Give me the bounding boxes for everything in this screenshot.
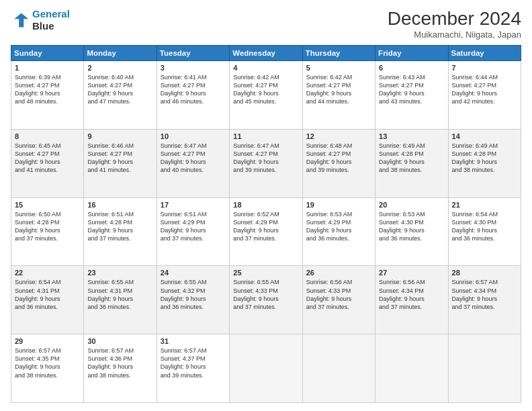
day-number: 12 (306, 132, 371, 140)
day-number: 11 (233, 132, 298, 140)
day-info: Sunrise: 6:57 AM Sunset: 4:37 PM Dayligh… (161, 347, 226, 379)
day-info: Sunrise: 6:42 AM Sunset: 4:27 PM Dayligh… (306, 73, 371, 106)
calendar-cell: 21Sunrise: 6:54 AM Sunset: 4:30 PM Dayli… (448, 197, 521, 266)
calendar-cell: 19Sunrise: 6:53 AM Sunset: 4:29 PM Dayli… (302, 197, 375, 266)
logo-line2: Blue (32, 20, 70, 32)
calendar-table: SundayMondayTuesdayWednesdayThursdayFrid… (11, 45, 521, 403)
calendar-cell: 8Sunrise: 6:45 AM Sunset: 4:27 PM Daylig… (11, 129, 84, 197)
calendar-cell (230, 334, 302, 403)
calendar-cell: 18Sunrise: 6:52 AM Sunset: 4:29 PM Dayli… (230, 197, 302, 266)
day-number: 4 (233, 64, 298, 72)
calendar-cell: 31Sunrise: 6:57 AM Sunset: 4:37 PM Dayli… (157, 334, 229, 403)
day-number: 5 (306, 64, 371, 72)
day-info: Sunrise: 6:54 AM Sunset: 4:30 PM Dayligh… (452, 210, 517, 243)
day-number: 20 (379, 201, 444, 209)
header-row: SundayMondayTuesdayWednesdayThursdayFrid… (11, 46, 521, 61)
calendar-cell: 12Sunrise: 6:48 AM Sunset: 4:27 PM Dayli… (302, 129, 375, 197)
day-info: Sunrise: 6:55 AM Sunset: 4:33 PM Dayligh… (233, 278, 298, 311)
day-number: 24 (161, 269, 226, 277)
day-info: Sunrise: 6:39 AM Sunset: 4:27 PM Dayligh… (15, 73, 80, 106)
day-info: Sunrise: 6:44 AM Sunset: 4:27 PM Dayligh… (452, 73, 517, 106)
day-info: Sunrise: 6:49 AM Sunset: 4:28 PM Dayligh… (452, 142, 517, 175)
day-number: 31 (161, 337, 226, 345)
calendar-cell: 13Sunrise: 6:49 AM Sunset: 4:28 PM Dayli… (375, 129, 448, 197)
day-info: Sunrise: 6:50 AM Sunset: 4:28 PM Dayligh… (15, 210, 80, 243)
calendar-cell: 5Sunrise: 6:42 AM Sunset: 4:27 PM Daylig… (302, 61, 375, 130)
calendar-cell: 2Sunrise: 6:40 AM Sunset: 4:27 PM Daylig… (84, 61, 157, 130)
col-header-wednesday: Wednesday (230, 46, 302, 61)
day-number: 25 (233, 269, 298, 277)
day-number: 21 (452, 201, 517, 209)
day-number: 23 (87, 269, 152, 277)
day-number: 7 (452, 64, 517, 72)
calendar-cell: 23Sunrise: 6:55 AM Sunset: 4:31 PM Dayli… (84, 266, 157, 334)
day-info: Sunrise: 6:47 AM Sunset: 4:27 PM Dayligh… (161, 142, 226, 175)
week-row-5: 29Sunrise: 6:57 AM Sunset: 4:35 PM Dayli… (11, 334, 521, 403)
title-block: December 2024 Muikamachi, Niigata, Japan (388, 8, 521, 40)
svg-marker-0 (14, 13, 28, 28)
day-info: Sunrise: 6:56 AM Sunset: 4:33 PM Dayligh… (306, 278, 371, 311)
calendar-cell: 1Sunrise: 6:39 AM Sunset: 4:27 PM Daylig… (11, 61, 84, 130)
calendar-cell: 27Sunrise: 6:56 AM Sunset: 4:34 PM Dayli… (375, 266, 448, 334)
week-row-3: 15Sunrise: 6:50 AM Sunset: 4:28 PM Dayli… (11, 197, 521, 266)
day-info: Sunrise: 6:51 AM Sunset: 4:29 PM Dayligh… (161, 210, 226, 243)
day-info: Sunrise: 6:57 AM Sunset: 4:36 PM Dayligh… (87, 347, 152, 379)
logo-text: General Blue (32, 8, 70, 32)
calendar-cell (302, 334, 375, 403)
day-number: 1 (15, 64, 80, 72)
day-info: Sunrise: 6:57 AM Sunset: 4:35 PM Dayligh… (15, 347, 80, 379)
day-info: Sunrise: 6:47 AM Sunset: 4:27 PM Dayligh… (233, 142, 298, 175)
week-row-2: 8Sunrise: 6:45 AM Sunset: 4:27 PM Daylig… (11, 129, 521, 197)
calendar-cell: 6Sunrise: 6:43 AM Sunset: 4:27 PM Daylig… (375, 61, 448, 130)
day-info: Sunrise: 6:41 AM Sunset: 4:27 PM Dayligh… (161, 73, 226, 106)
day-info: Sunrise: 6:53 AM Sunset: 4:30 PM Dayligh… (379, 210, 444, 243)
logo-line1: General (32, 8, 70, 19)
day-info: Sunrise: 6:54 AM Sunset: 4:31 PM Dayligh… (15, 278, 80, 311)
calendar-cell: 14Sunrise: 6:49 AM Sunset: 4:28 PM Dayli… (448, 129, 521, 197)
day-info: Sunrise: 6:57 AM Sunset: 4:34 PM Dayligh… (452, 278, 517, 311)
calendar-cell: 22Sunrise: 6:54 AM Sunset: 4:31 PM Dayli… (11, 266, 84, 334)
col-header-saturday: Saturday (448, 46, 521, 61)
day-number: 30 (87, 337, 152, 345)
calendar-cell: 10Sunrise: 6:47 AM Sunset: 4:27 PM Dayli… (157, 129, 229, 197)
day-info: Sunrise: 6:55 AM Sunset: 4:31 PM Dayligh… (87, 278, 152, 311)
calendar-cell: 15Sunrise: 6:50 AM Sunset: 4:28 PM Dayli… (11, 197, 84, 266)
day-number: 26 (306, 269, 371, 277)
calendar-cell: 28Sunrise: 6:57 AM Sunset: 4:34 PM Dayli… (448, 266, 521, 334)
logo: General Blue (11, 8, 70, 32)
day-number: 27 (379, 269, 444, 277)
day-number: 28 (452, 269, 517, 277)
day-number: 8 (15, 132, 80, 140)
calendar-cell: 20Sunrise: 6:53 AM Sunset: 4:30 PM Dayli… (375, 197, 448, 266)
calendar-cell: 24Sunrise: 6:55 AM Sunset: 4:32 PM Dayli… (157, 266, 229, 334)
week-row-1: 1Sunrise: 6:39 AM Sunset: 4:27 PM Daylig… (11, 61, 521, 130)
col-header-monday: Monday (84, 46, 157, 61)
main-title: December 2024 (388, 8, 521, 30)
calendar-cell: 16Sunrise: 6:51 AM Sunset: 4:28 PM Dayli… (84, 197, 157, 266)
subtitle: Muikamachi, Niigata, Japan (388, 30, 521, 40)
calendar-cell: 30Sunrise: 6:57 AM Sunset: 4:36 PM Dayli… (84, 334, 157, 403)
day-info: Sunrise: 6:56 AM Sunset: 4:34 PM Dayligh… (379, 278, 444, 311)
day-info: Sunrise: 6:51 AM Sunset: 4:28 PM Dayligh… (87, 210, 152, 243)
logo-icon (11, 11, 30, 30)
col-header-tuesday: Tuesday (157, 46, 229, 61)
day-number: 14 (452, 132, 517, 140)
calendar-cell: 17Sunrise: 6:51 AM Sunset: 4:29 PM Dayli… (157, 197, 229, 266)
calendar-cell: 9Sunrise: 6:46 AM Sunset: 4:27 PM Daylig… (84, 129, 157, 197)
col-header-thursday: Thursday (302, 46, 375, 61)
day-info: Sunrise: 6:52 AM Sunset: 4:29 PM Dayligh… (233, 210, 298, 243)
calendar-cell: 26Sunrise: 6:56 AM Sunset: 4:33 PM Dayli… (302, 266, 375, 334)
calendar-cell: 7Sunrise: 6:44 AM Sunset: 4:27 PM Daylig… (448, 61, 521, 130)
day-info: Sunrise: 6:43 AM Sunset: 4:27 PM Dayligh… (379, 73, 444, 106)
day-info: Sunrise: 6:45 AM Sunset: 4:27 PM Dayligh… (15, 142, 80, 175)
day-number: 6 (379, 64, 444, 72)
day-info: Sunrise: 6:48 AM Sunset: 4:27 PM Dayligh… (306, 142, 371, 175)
calendar-cell: 4Sunrise: 6:42 AM Sunset: 4:27 PM Daylig… (230, 61, 302, 130)
day-number: 16 (87, 201, 152, 209)
day-info: Sunrise: 6:49 AM Sunset: 4:28 PM Dayligh… (379, 142, 444, 175)
day-number: 3 (161, 64, 226, 72)
day-number: 2 (87, 64, 152, 72)
day-number: 17 (161, 201, 226, 209)
calendar-cell (375, 334, 448, 403)
week-row-4: 22Sunrise: 6:54 AM Sunset: 4:31 PM Dayli… (11, 266, 521, 334)
